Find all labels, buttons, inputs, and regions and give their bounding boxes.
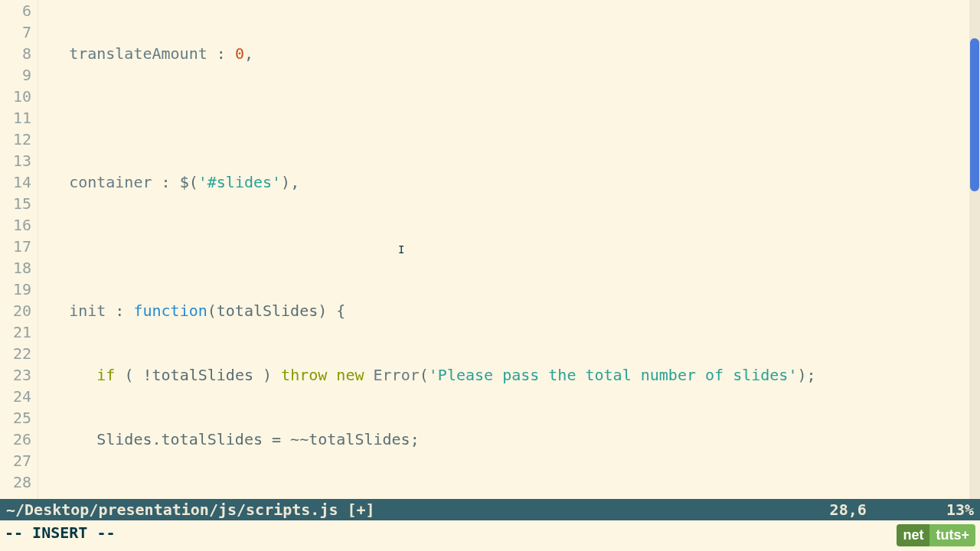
nettuts-logo: nettuts+ (897, 524, 975, 546)
scrollbar-thumb[interactable] (970, 38, 979, 191)
code-content[interactable]: translateAmount : 0, container : $('#sli… (38, 0, 980, 499)
code-line: container : $('#slides'), (41, 171, 980, 193)
code-editor[interactable]: 6 7 8 9 10 11 12 13 14 15 16 17 18 19 20… (0, 0, 980, 499)
cursor-position: 28,6 (830, 500, 867, 519)
code-line: translateAmount : 0, (41, 43, 980, 64)
code-line: Slides.totalSlides = ~~totalSlides; (41, 429, 980, 450)
vertical-scrollbar[interactable] (969, 0, 980, 499)
scroll-percent: 13% (946, 500, 974, 519)
vim-mode-indicator: -- INSERT -- (0, 520, 116, 551)
text-caret-mark: I (398, 239, 404, 260)
status-bar: ~/Desktop/presentation/js/scripts.js [+]… (0, 499, 980, 520)
code-line (41, 236, 980, 257)
code-line: if ( !totalSlides ) throw new Error('Ple… (41, 364, 980, 386)
code-line (41, 107, 980, 129)
file-path: ~/Desktop/presentation/js/scripts.js [+] (6, 499, 375, 520)
line-number-gutter: 6 7 8 9 10 11 12 13 14 15 16 17 18 19 20… (0, 0, 38, 499)
code-line: init : function(totalSlides) { (41, 300, 980, 321)
